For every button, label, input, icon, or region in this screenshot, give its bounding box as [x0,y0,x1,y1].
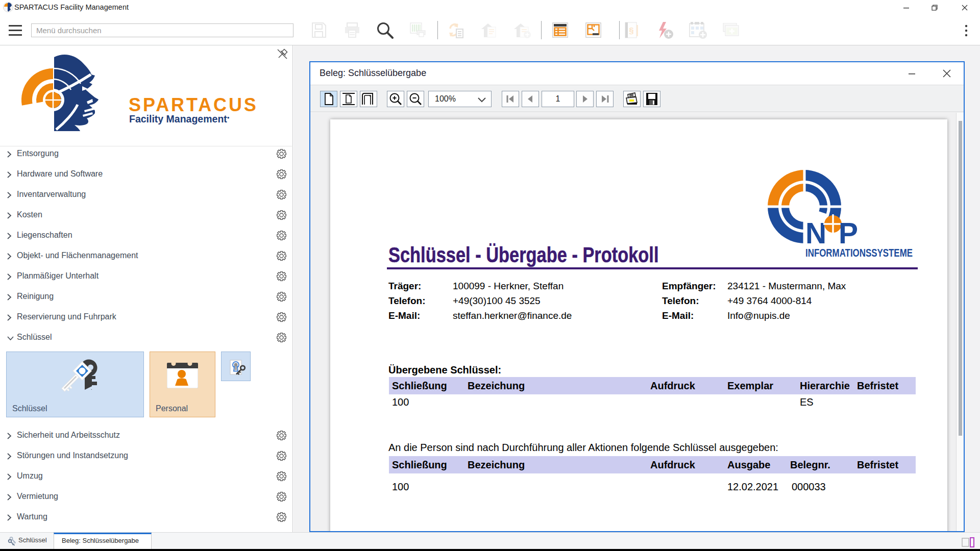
svg-text:N: N [805,217,826,249]
svg-text:§: § [629,26,633,36]
svg-text:P: P [839,217,858,249]
svg-text:INFORMATIONSSYSTEME: INFORMATIONSSYSTEME [805,246,913,259]
